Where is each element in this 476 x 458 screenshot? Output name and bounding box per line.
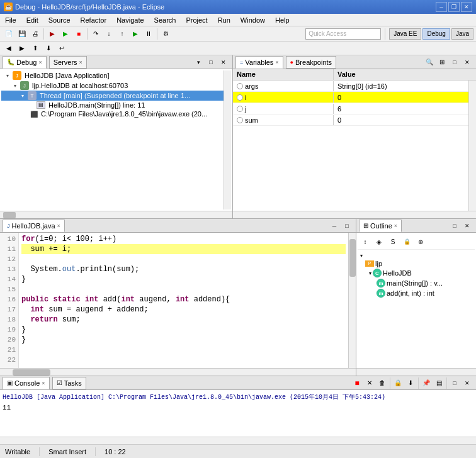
toolbar2-btn1[interactable]: ◀ [3, 42, 15, 55]
toolbar2-btn5[interactable]: ↩ [55, 42, 68, 55]
new-btn[interactable]: 📄 [3, 28, 15, 40]
menu-run[interactable]: Run [213, 15, 235, 25]
servers-tab[interactable]: Servers × [49, 56, 87, 69]
console-scrollbar-h[interactable] [0, 437, 476, 444]
restore-button[interactable] [448, 2, 460, 12]
menu-source[interactable]: Source [43, 15, 76, 25]
debug-tab-close[interactable]: × [38, 59, 42, 65]
vars-toolbar-btn1[interactable]: 🔍 [423, 56, 436, 69]
resume[interactable]: ▶ [129, 28, 142, 40]
outline-tab[interactable]: ⊞ Outline × [359, 220, 402, 232]
outline-panel-close[interactable]: ✕ [461, 220, 473, 232]
var-row-sum[interactable]: sum 0 [233, 114, 468, 126]
editor-scrollbar-v[interactable] [348, 233, 356, 368]
breakpoints-tab[interactable]: ● Breakpoints [286, 56, 337, 69]
outline-item-add[interactable]: m add(int, int) : int [359, 288, 473, 298]
stop-btn[interactable]: ■ [72, 28, 85, 40]
debug-tree-item-0[interactable]: ▾ J HelloJDB [Java Application] [1, 70, 224, 81]
save-btn[interactable]: 💾 [16, 28, 28, 40]
debug-panel-close[interactable]: ✕ [217, 56, 230, 69]
variables-tab[interactable]: = Variables × [235, 56, 283, 69]
console-panel-max[interactable]: □ [448, 377, 461, 389]
console-tab[interactable]: ▣ Console × [3, 377, 50, 389]
run-btn[interactable]: ▶ [59, 28, 72, 40]
menu-window[interactable]: Window [235, 15, 270, 25]
menu-file[interactable]: File [0, 15, 21, 25]
perspective-java-ee[interactable]: Java EE [389, 28, 421, 40]
editor-tab[interactable]: J HelloJDB.java × [3, 220, 65, 232]
outline-item-main[interactable]: m main(String[]) : v... [359, 278, 473, 288]
debug-btn[interactable]: ▶ [46, 28, 59, 40]
outline-hide-fields[interactable]: ◈ [373, 235, 385, 248]
toolbar2-btn4[interactable]: ⬇ [42, 42, 55, 55]
editor-panel-min[interactable]: ─ [328, 220, 341, 232]
console-btn5[interactable]: ⬇ [404, 377, 417, 389]
code-content[interactable]: for(i=0; i< 100; i++) sum += i; System.o… [19, 233, 348, 368]
debug-tree-item-1[interactable]: ▾ J ljp.HelloJDB at localhost:60703 [1, 81, 224, 91]
vars-toolbar-btn2[interactable]: ⊞ [436, 56, 448, 69]
debug-tree-item-3[interactable]: ▤ HelloJDB.main(String[]) line: 11 [1, 101, 224, 109]
console-clear[interactable]: 🗑 [376, 377, 388, 389]
variables-tab-close[interactable]: × [275, 59, 278, 65]
toolbar-btn-misc[interactable]: ⚙ [159, 28, 172, 40]
outline-scrollbar-h[interactable] [356, 368, 476, 376]
perspective-debug[interactable]: Debug [422, 28, 450, 40]
console-remove[interactable]: ✕ [363, 377, 376, 389]
window-controls[interactable] [436, 2, 472, 12]
vars-scrollbar-h[interactable] [233, 211, 476, 218]
suspend[interactable]: ⏸ [142, 28, 155, 40]
console-terminate[interactable]: ■ [351, 377, 363, 389]
debug-panel-menu[interactable]: ▾ [192, 56, 205, 69]
minimize-button[interactable] [436, 2, 447, 12]
outline-sort[interactable]: ↕ [359, 235, 371, 248]
menu-help[interactable]: Help [270, 15, 295, 25]
var-row-j[interactable]: j 6 [233, 103, 468, 114]
print-btn[interactable]: 🖨 [29, 28, 42, 40]
console-scroll-lock[interactable]: 🔒 [392, 377, 404, 389]
console-open[interactable]: ▤ [433, 377, 445, 389]
vars-panel-close[interactable]: ✕ [461, 56, 473, 69]
debug-scrollbar-h[interactable] [0, 211, 232, 218]
console-pin[interactable]: 📌 [420, 377, 433, 389]
var-row-args[interactable]: args String[0] (id=16) [233, 81, 468, 92]
menu-navigate[interactable]: Navigate [111, 15, 149, 25]
close-button[interactable] [461, 2, 472, 12]
step-into[interactable]: ↓ [103, 28, 115, 40]
editor-tab-close[interactable]: × [57, 223, 60, 229]
step-out[interactable]: ↑ [116, 28, 128, 40]
outline-tab-close[interactable]: × [394, 223, 397, 229]
editor-panel-max[interactable]: □ [341, 220, 353, 232]
perspective-java[interactable]: Java [451, 28, 473, 40]
toolbar2-btn3[interactable]: ⬆ [29, 42, 42, 55]
console-tab-close[interactable]: × [42, 380, 45, 386]
menu-refactor[interactable]: Refactor [76, 15, 112, 25]
outline-add-label: add(int, int) : int [387, 289, 434, 297]
toolbar2-btn2[interactable]: ▶ [16, 42, 28, 55]
outline-panel-max[interactable]: □ [448, 220, 461, 232]
debug-tree-item-2[interactable]: ▾ T Thread [main] (Suspended (breakpoint… [1, 91, 224, 101]
menu-project[interactable]: Project [181, 15, 212, 25]
debug-scrollbar-v[interactable] [224, 70, 231, 209]
var-value-j: 6 [334, 104, 468, 114]
vars-scrollbar-v[interactable] [468, 81, 476, 211]
quick-access-box[interactable]: Quick Access [305, 28, 381, 40]
debug-panel-max[interactable]: □ [205, 56, 217, 69]
var-row-i[interactable]: i 0 [233, 92, 468, 103]
middle-panes: J HelloJDB.java × ─ □ 101112131415161718… [0, 219, 476, 376]
outline-item-class[interactable]: ▾ C HelloJDB [359, 268, 473, 278]
outline-item-pkg[interactable]: P ljp [359, 259, 473, 268]
editor-scrollbar-h[interactable] [0, 368, 356, 376]
step-over[interactable]: ↷ [89, 28, 102, 40]
menu-edit[interactable]: Edit [21, 15, 43, 25]
debug-tab[interactable]: 🐛 Debug × [3, 56, 47, 69]
outline-expand[interactable]: ⊕ [414, 235, 427, 248]
menu-search[interactable]: Search [149, 15, 181, 25]
vars-panel-max[interactable]: □ [448, 56, 461, 69]
servers-tab-close[interactable]: × [79, 59, 82, 65]
tasks-tab[interactable]: ☑ Tasks [52, 377, 86, 389]
debug-tree-item-4[interactable]: ⬛ C:\Program Files\Java\jre1.8.0_45\bin\… [1, 109, 224, 118]
console-panel-close[interactable]: ✕ [461, 377, 473, 389]
outline-item-arrow[interactable]: ▾ [359, 252, 473, 259]
outline-hide-static[interactable]: S [387, 235, 399, 248]
outline-hide-non-public[interactable]: 🔒 [400, 235, 413, 248]
